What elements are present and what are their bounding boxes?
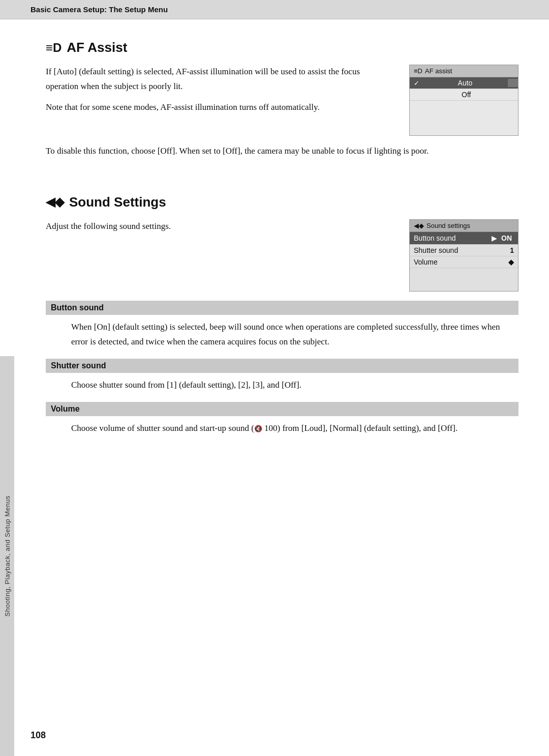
af-lcd-title-text: AF assist: [425, 67, 452, 75]
af-lcd-row-auto: ✓ Auto: [410, 77, 518, 89]
subsection-button-sound: Button sound When [On] (default setting)…: [46, 301, 518, 350]
volume-label: Volume: [46, 402, 518, 416]
sound-settings-heading: ◀◆ Sound Settings: [46, 194, 518, 210]
sound-lcd-row-volume: Volume ◆: [410, 256, 518, 268]
af-assist-text: If [Auto] (default setting) is selected,…: [46, 65, 389, 121]
page: Basic Camera Setup: The Setup Menu ≡D AF…: [0, 0, 549, 756]
sound-lcd-title-icon: ◀◆: [414, 222, 424, 229]
sound-lcd: ◀◆ Sound settings Button sound ▶ ON Shut…: [409, 219, 518, 292]
af-assist-section: ≡D AF Assist If [Auto] (default setting)…: [46, 40, 518, 159]
sound-lcd-padding: [410, 268, 518, 291]
af-lcd-row-off: Off: [410, 89, 518, 101]
af-lcd-title: ≡D AF assist: [410, 65, 518, 77]
section-divider-2: [46, 174, 518, 189]
subsection-volume: Volume Choose volume of shutter sound an…: [46, 402, 518, 436]
volume-icon: 🔇: [254, 425, 262, 432]
sound-lcd-title: ◀◆ Sound settings: [410, 220, 518, 232]
af-row-off-label: Off: [419, 91, 514, 99]
af-assist-heading: ≡D AF Assist: [46, 40, 518, 55]
af-assist-title: AF Assist: [67, 40, 127, 55]
af-lcd-title-icon: ≡D: [414, 67, 422, 75]
af-check-icon: ✓: [414, 79, 419, 87]
sound-settings-section: ◀◆ Sound Settings Adjust the following s…: [46, 194, 518, 436]
sound-button-label: Button sound: [414, 234, 492, 242]
af-check-off: [414, 91, 416, 99]
sound-lcd-title-text: Sound settings: [426, 222, 470, 229]
sound-volume-label: Volume: [414, 258, 508, 266]
shutter-sound-body: Choose shutter sound from [1] (default s…: [46, 378, 518, 393]
sound-lcd-row-button: Button sound ▶ ON: [410, 232, 518, 245]
af-assist-icon: ≡D: [46, 41, 62, 55]
af-row-auto-label: Auto: [422, 79, 508, 87]
sound-shutter-label: Shutter sound: [414, 246, 510, 254]
section-divider-1: [46, 159, 518, 174]
side-tab-text: Shooting, Playback, and Setup Menus: [4, 496, 11, 617]
header-bar: Basic Camera Setup: The Setup Menu: [0, 0, 549, 19]
button-sound-label: Button sound: [46, 301, 518, 315]
header-title: Basic Camera Setup: The Setup Menu: [30, 5, 168, 14]
af-assist-row: If [Auto] (default setting) is selected,…: [46, 65, 518, 136]
af-row-auto-spacer: [508, 79, 518, 87]
sound-lcd-row-shutter: Shutter sound 1: [410, 245, 518, 256]
af-assist-para-2: Note that for some scene modes, AF-assis…: [46, 100, 389, 115]
main-content: ≡D AF Assist If [Auto] (default setting)…: [15, 19, 549, 461]
sound-settings-desc: Adjust the following sound settings.: [46, 219, 389, 234]
page-number: 108: [30, 730, 46, 741]
volume-body: Choose volume of shutter sound and start…: [46, 421, 518, 436]
af-assist-lcd: ≡D AF assist ✓ Auto Off: [409, 65, 518, 136]
sound-settings-row: Adjust the following sound settings. ◀◆ …: [46, 219, 518, 292]
side-tab: Shooting, Playback, and Setup Menus: [0, 356, 14, 756]
sound-settings-text: Adjust the following sound settings.: [46, 219, 389, 240]
sound-settings-icon: ◀◆: [46, 195, 64, 209]
shutter-sound-label: Shutter sound: [46, 359, 518, 373]
sound-volume-value: ◆: [508, 258, 514, 266]
af-assist-para-3: To disable this function, choose [Off]. …: [46, 144, 518, 159]
sound-shutter-value: 1: [510, 246, 514, 254]
af-lcd-padding: [410, 101, 518, 121]
button-sound-body: When [On] (default setting) is selected,…: [46, 320, 518, 350]
subsection-shutter-sound: Shutter sound Choose shutter sound from …: [46, 359, 518, 393]
sound-button-arrow: ▶: [492, 234, 497, 242]
af-assist-para-1: If [Auto] (default setting) is selected,…: [46, 65, 389, 94]
sound-button-value: ON: [499, 234, 514, 243]
sound-settings-title: Sound Settings: [69, 194, 166, 210]
